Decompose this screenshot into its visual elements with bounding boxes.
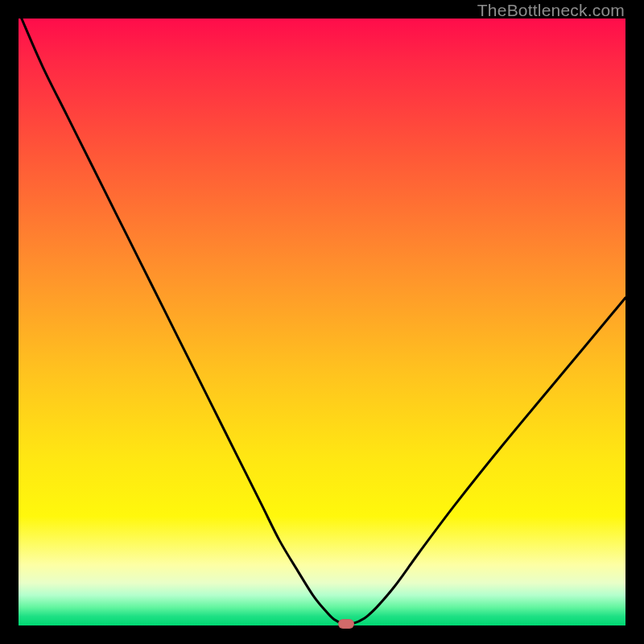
- watermark-text: TheBottleneck.com: [477, 1, 625, 20]
- chart-plot-area: [19, 19, 625, 625]
- optimal-point-marker: [338, 619, 354, 629]
- chart-frame: TheBottleneck.com: [0, 0, 644, 644]
